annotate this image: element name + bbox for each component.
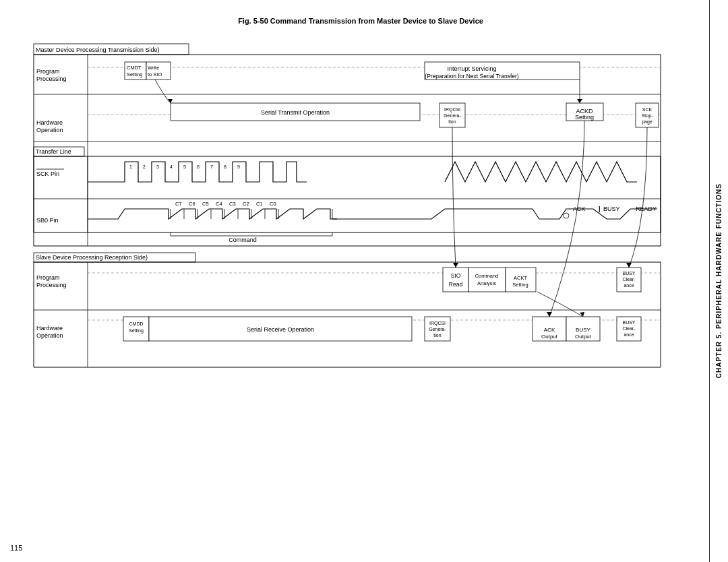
svg-text:Hardware: Hardware (36, 119, 63, 126)
svg-text:Setting: Setting (129, 328, 144, 334)
svg-text:ance: ance (624, 283, 634, 288)
svg-text:Processing: Processing (36, 75, 67, 82)
svg-text:tion: tion (448, 119, 456, 124)
svg-text:ACK: ACK (544, 327, 555, 333)
svg-text:Serial Receive Operation: Serial Receive Operation (247, 326, 314, 333)
svg-text:C5: C5 (202, 201, 209, 207)
svg-text:Hardware: Hardware (36, 325, 63, 332)
svg-text:3: 3 (156, 164, 159, 169)
svg-rect-101 (468, 268, 506, 292)
svg-text:BUSY: BUSY (622, 271, 635, 276)
svg-text:ance: ance (624, 332, 634, 337)
svg-marker-132 (453, 263, 458, 268)
svg-text:Slave Device Processing Recept: Slave Device Processing Reception Side) (36, 254, 148, 261)
svg-text:Serial Transmit Operation: Serial Transmit Operation (261, 109, 330, 116)
svg-text:5: 5 (183, 164, 186, 169)
svg-rect-98 (443, 268, 468, 292)
svg-text:SIO: SIO (451, 272, 461, 279)
svg-text:C3: C3 (229, 201, 236, 207)
svg-text:(Preparation for Next Serial T: (Preparation for Next Serial Transfer) (425, 73, 519, 80)
svg-text:C1: C1 (256, 201, 263, 207)
svg-text:Output: Output (575, 334, 592, 340)
svg-text:Clear-: Clear- (622, 277, 636, 282)
svg-text:SCK: SCK (642, 107, 653, 112)
svg-text:Genera-: Genera- (429, 327, 446, 332)
svg-text:4: 4 (170, 164, 173, 169)
svg-text:Output: Output (541, 334, 558, 340)
svg-text:Setting: Setting (575, 114, 594, 121)
page: CHAPTER 5. PERIPHERAL HARDWARE FUNCTIONS… (0, 0, 728, 562)
svg-text:Processing: Processing (36, 282, 67, 288)
svg-marker-131 (577, 99, 582, 103)
svg-text:Transfer Line: Transfer Line (36, 148, 71, 155)
svg-text:9: 9 (237, 164, 240, 169)
svg-text:CMDD: CMDD (129, 321, 144, 326)
svg-text:C7: C7 (175, 201, 182, 207)
svg-text:IRQCSI: IRQCSI (444, 107, 460, 113)
svg-marker-134 (626, 263, 632, 268)
svg-text:Setting: Setting (127, 71, 142, 77)
svg-text:BUSY: BUSY (603, 206, 620, 212)
svg-text:SB0 Pin: SB0 Pin (36, 217, 59, 224)
sidebar: CHAPTER 5. PERIPHERAL HARDWARE FUNCTIONS (709, 0, 728, 562)
svg-text:page: page (642, 119, 653, 125)
svg-text:Master Device Processing Trans: Master Device Processing Transmission Si… (36, 46, 160, 53)
svg-text:to SIO: to SIO (148, 71, 162, 77)
svg-text:Command: Command (229, 237, 257, 243)
svg-text:ACKT: ACKT (514, 275, 527, 281)
timing-diagram: Master Device Processing Transmission Si… (27, 37, 694, 455)
svg-text:Stop-: Stop- (642, 113, 653, 119)
svg-text:Genera-: Genera- (444, 113, 461, 118)
page-number: 115 (10, 544, 22, 552)
svg-text:Program: Program (36, 274, 60, 281)
svg-point-83 (564, 213, 569, 218)
svg-text:BUSY: BUSY (576, 327, 590, 333)
svg-text:7: 7 (210, 164, 213, 169)
svg-text:C0: C0 (270, 201, 276, 207)
svg-text:|: | (599, 206, 601, 212)
svg-text:BUSY: BUSY (622, 320, 635, 325)
fig-title: Fig. 5-50 Command Transmission from Mast… (34, 17, 688, 25)
svg-text:Write: Write (148, 65, 159, 71)
svg-text:C6: C6 (189, 201, 195, 207)
svg-text:Program: Program (36, 68, 60, 75)
svg-text:tion: tion (433, 333, 441, 338)
svg-text:IRQCSI: IRQCSI (429, 321, 446, 326)
svg-text:Operation: Operation (36, 332, 63, 339)
svg-text:Interrupt Servicing: Interrupt Servicing (447, 65, 496, 72)
svg-text:Read: Read (449, 281, 463, 288)
svg-marker-133 (547, 312, 552, 317)
svg-text:8: 8 (224, 164, 226, 169)
svg-text:Setting: Setting (512, 282, 528, 288)
svg-text:1: 1 (129, 164, 132, 169)
svg-text:SCK Pin: SCK Pin (36, 170, 59, 177)
svg-text:Command: Command (475, 273, 499, 279)
svg-text:C2: C2 (243, 201, 249, 207)
svg-text:Analysis: Analysis (477, 280, 496, 286)
svg-text:2: 2 (143, 164, 146, 169)
svg-text:Clear-: Clear- (622, 326, 636, 331)
svg-text:6: 6 (197, 164, 200, 169)
svg-text:Operation: Operation (36, 127, 63, 133)
svg-text:CMDT: CMDT (127, 65, 142, 71)
sidebar-text: CHAPTER 5. PERIPHERAL HARDWARE FUNCTIONS (715, 183, 723, 378)
svg-text:C4: C4 (216, 201, 222, 207)
